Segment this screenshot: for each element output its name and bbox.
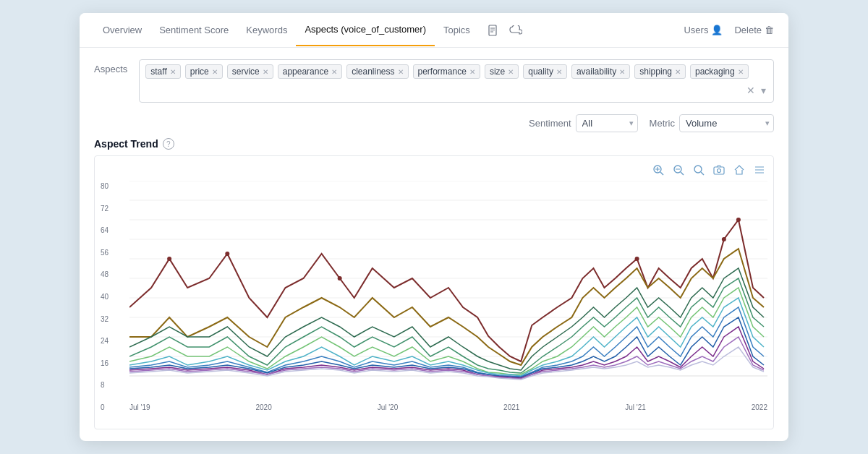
tag-staff: staff✕ [145,64,180,79]
tags-container: staff✕ price✕ service✕ appearance✕ clean… [139,59,774,103]
remove-shipping[interactable]: ✕ [675,68,681,76]
x-label-jul19: Jul '19 [129,403,150,411]
remove-price[interactable]: ✕ [212,68,218,76]
dot [338,276,342,280]
remove-staff[interactable]: ✕ [170,68,176,76]
y-label-48: 48 [101,270,109,278]
svg-line-9 [681,172,684,175]
document-icon[interactable] [485,22,501,38]
remove-service[interactable]: ✕ [263,68,268,76]
tags-actions: ✕ ▾ [742,83,767,98]
main-window: Overview Sentiment Score Keywords Aspect… [80,13,788,441]
menu-icon[interactable] [752,162,767,178]
tag-quality: quality✕ [523,64,567,79]
aspects-filter-area: Aspects staff✕ price✕ service✕ appearanc… [80,48,788,108]
x-label-2022: 2022 [752,403,767,411]
zoom-out-icon[interactable] [671,162,686,178]
chart-help-icon[interactable]: ? [163,138,174,150]
x-label-jul21: Jul '21 [625,403,646,411]
nav-sentiment-score[interactable]: Sentiment Score [150,14,237,46]
metric-select[interactable]: Volume Sentiment Score [679,114,774,132]
y-label-32: 32 [101,315,109,323]
chart-section: Aspect Trend ? 80 72 64 56 48 40 32 24 1… [80,138,788,441]
nav-keywords[interactable]: Keywords [237,14,296,46]
tag-packaging: packaging✕ [690,64,749,79]
zoom-in-icon[interactable] [650,162,666,178]
x-label-2020: 2020 [255,403,271,411]
chart-toolbar [129,162,767,178]
tag-size: size✕ [485,64,519,79]
trash-icon: 🗑 [765,25,774,35]
sentiment-label: Sentiment [529,118,571,129]
cloud-icon[interactable] [508,22,524,38]
nav-aspects[interactable]: Aspects (voice_of_customer) [296,14,435,46]
packaging-line [129,347,764,380]
tag-service: service✕ [227,64,273,79]
remove-quality[interactable]: ✕ [556,68,562,76]
y-label-56: 56 [101,249,109,257]
svg-line-5 [660,172,663,175]
sentiment-control: Sentiment All Positive Negative Neutral [529,114,638,132]
y-label-24: 24 [101,337,109,345]
y-label-72: 72 [101,205,109,213]
remove-packaging[interactable]: ✕ [738,68,744,76]
camera-icon[interactable] [711,162,727,178]
nav-topics[interactable]: Topics [435,14,479,46]
nav-bar: Overview Sentiment Score Keywords Aspect… [80,13,788,48]
chart-title: Aspect Trend [94,138,158,150]
svg-rect-13 [714,167,724,174]
delete-button[interactable]: Delete 🗑 [734,25,774,35]
y-label-40: 40 [101,293,109,301]
remove-appearance[interactable]: ✕ [331,68,337,76]
trend-chart [129,181,767,398]
remove-availability[interactable]: ✕ [619,68,625,76]
tag-performance: performance✕ [413,64,480,79]
clear-tags-button[interactable]: ✕ [745,83,757,98]
sentiment-select-wrapper: All Positive Negative Neutral [576,114,638,132]
svg-point-11 [694,166,702,173]
y-label-80: 80 [101,182,109,190]
x-label-2021: 2021 [503,403,519,411]
home-icon[interactable] [731,162,747,178]
dot [722,237,726,241]
metric-control: Metric Volume Sentiment Score [650,114,774,132]
remove-cleanliness[interactable]: ✕ [398,68,404,76]
sentiment-select[interactable]: All Positive Negative Neutral [576,114,638,132]
svg-line-12 [701,172,704,175]
metric-select-wrapper: Volume Sentiment Score [679,114,774,132]
dot [225,252,229,256]
tag-availability: availability✕ [571,64,630,79]
expand-tags-button[interactable]: ▾ [760,83,767,98]
remove-performance[interactable]: ✕ [469,68,475,76]
y-label-8: 8 [101,381,109,389]
user-icon: 👤 [711,25,723,35]
delete-label: Delete [734,25,762,35]
metric-label: Metric [650,118,675,129]
tag-shipping: shipping✕ [634,64,686,79]
tag-cleanliness: cleanliness✕ [346,64,408,79]
svg-point-14 [718,169,721,173]
staff-line [129,220,764,361]
controls-row: Sentiment All Positive Negative Neutral … [80,108,788,138]
dot [167,257,171,261]
x-axis-labels: Jul '19 2020 Jul '20 2021 Jul '21 2022 [129,401,767,411]
chart-header: Aspect Trend ? [94,138,774,150]
users-label: Users [684,25,708,35]
nav-right-group: Users 👤 Delete 🗑 [684,25,774,35]
tag-appearance: appearance✕ [278,64,342,79]
dot [635,257,639,261]
y-label-64: 64 [101,226,109,234]
users-button[interactable]: Users 👤 [684,25,723,35]
y-axis-labels: 80 72 64 56 48 40 32 24 16 8 0 [101,182,109,411]
nav-icon-group [485,22,524,38]
nav-overview[interactable]: Overview [94,14,150,46]
remove-size[interactable]: ✕ [508,68,514,76]
chart-container: 80 72 64 56 48 40 32 24 16 8 0 [94,155,774,429]
aspects-label: Aspects [94,59,127,74]
y-label-16: 16 [101,359,109,367]
y-label-0: 0 [101,403,109,411]
shipping-line [129,337,764,379]
magnify-icon[interactable] [691,162,707,178]
dot [736,218,741,222]
tag-price: price✕ [185,64,223,79]
